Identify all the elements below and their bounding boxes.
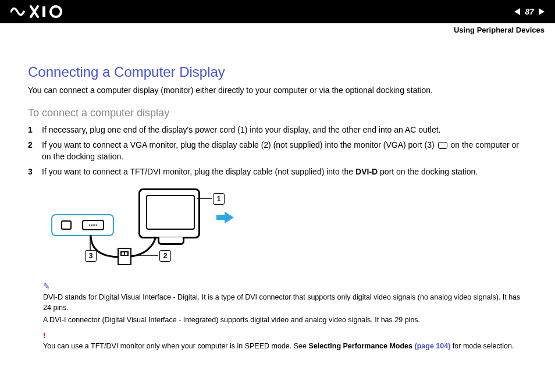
port-hole-icon: [61, 220, 72, 230]
monitor-icon: [138, 188, 200, 238]
warning-icon: !: [43, 332, 45, 340]
cable-connector-icon: [118, 248, 131, 265]
step-text: If you want to connect a VGA monitor, pl…: [42, 139, 527, 163]
callout-1: 1: [213, 193, 225, 205]
next-page-arrow-icon[interactable]: [539, 8, 545, 15]
arrow-right-icon: [225, 212, 234, 223]
callout-line: [131, 255, 158, 256]
header-bar: 87: [0, 0, 555, 23]
step-text: If you want to connect a TFT/DVI monitor…: [42, 166, 478, 177]
vaio-logo: [10, 5, 66, 18]
vga-port-icon: [82, 220, 104, 230]
step-item: 1 If necessary, plug one end of the disp…: [28, 124, 527, 136]
callout-2: 2: [159, 250, 171, 262]
page-nav: 87: [514, 7, 545, 16]
svg-rect-2: [42, 6, 45, 17]
warning-block: ! You can use a TFT/DVI monitor only whe…: [43, 330, 527, 351]
page-title: Connecting a Computer Display: [28, 64, 527, 80]
callout-line: [197, 198, 212, 199]
intro-text: You can connect a computer display (moni…: [28, 85, 527, 97]
warning-text: You can use a TFT/DVI monitor only when …: [43, 342, 514, 350]
steps-list: 1 If necessary, plug one end of the disp…: [28, 124, 527, 178]
note-icon: ✎: [43, 281, 50, 291]
step-item: 3 If you want to connect a TFT/DVI monit…: [28, 166, 527, 177]
subheading: To connect a computer display: [28, 107, 527, 119]
step-text: If necessary, plug one end of the displa…: [42, 124, 440, 136]
vga-port-icon: [438, 142, 447, 149]
computer-port-panel: [51, 214, 114, 236]
step-item: 2 If you want to connect a VGA monitor, …: [28, 139, 527, 163]
page-link[interactable]: (page 104): [415, 342, 451, 350]
connection-diagram: 1 2 3: [51, 188, 237, 270]
step-number: 3: [28, 166, 42, 177]
prev-page-arrow-icon[interactable]: [514, 8, 520, 15]
callout-line: [90, 235, 91, 250]
note-block: ✎ DVI-D stands for Digital Visual Interf…: [43, 280, 527, 326]
step-number: 1: [28, 124, 42, 136]
callout-3: 3: [85, 250, 97, 262]
svg-point-3: [51, 6, 61, 17]
note-text: DVI-D stands for Digital Visual Interfac…: [43, 293, 520, 312]
note-text: A DVI-I connector (Digital Visual Interf…: [43, 315, 527, 326]
step-number: 2: [28, 139, 42, 163]
page-number: 87: [525, 7, 534, 16]
page-content: Connecting a Computer Display You can co…: [0, 23, 555, 363]
